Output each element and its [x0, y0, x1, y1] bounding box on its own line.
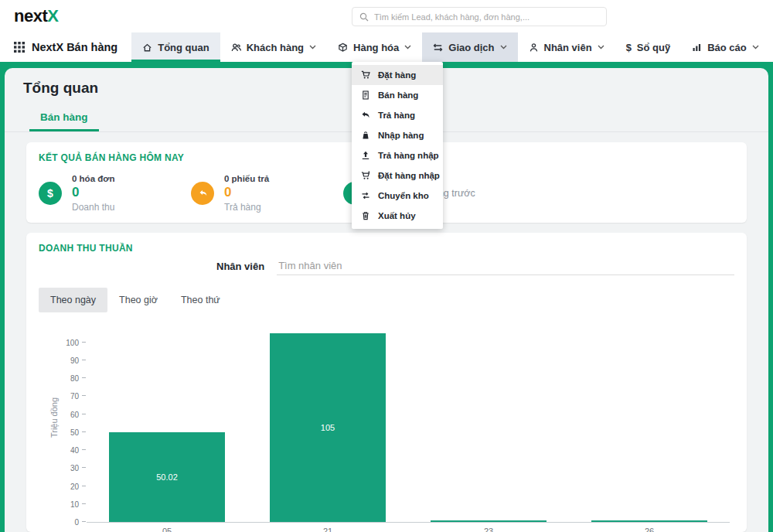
nav-item-label: Sổ quỹ	[637, 42, 670, 53]
global-search[interactable]	[352, 7, 607, 26]
staff-search-input[interactable]	[277, 257, 734, 275]
apps-grid-icon	[14, 42, 25, 53]
main-nav: NextX Bán hàng Tổng quan Khách hàng Hàng…	[0, 32, 773, 62]
net-revenue-card: DOANH THU THUẦN Nhân viên Theo ngày Theo…	[26, 233, 747, 532]
menu-item-label: Bán hàng	[378, 90, 418, 100]
chart-tabs: Theo ngày Theo giờ Theo thứ	[39, 288, 734, 312]
chart-bar[interactable]: 50.02	[109, 432, 225, 522]
y-tick-label: 20	[51, 483, 79, 491]
upload-icon	[361, 151, 370, 160]
menu-item-label: Xuất hủy	[378, 211, 416, 220]
nav-item-label: Giao dịch	[448, 42, 494, 53]
nav-item-tong-quan[interactable]: Tổng quan	[131, 32, 220, 62]
chart-x-labels: 05212326	[87, 522, 730, 532]
y-tick-label: 100	[51, 339, 79, 347]
stat-texts: 0 hóa đơn 0 Doanh thu	[72, 174, 114, 213]
cart-import-icon	[361, 171, 370, 180]
weight-icon	[361, 131, 370, 140]
nav-item-label: Hàng hóa	[353, 42, 399, 53]
chevron-down-icon	[500, 45, 507, 49]
stat-tra-hang: 0 phiếu trả 0 Trả hàng	[191, 174, 343, 213]
cart-icon	[361, 70, 370, 80]
menu-item-label: Trả hàng	[378, 111, 415, 120]
top-bar: nextX	[0, 0, 773, 32]
trash-icon	[361, 211, 370, 220]
receipt-icon	[361, 90, 370, 100]
transfer-icon	[361, 191, 370, 200]
x-tick-label: 26	[569, 527, 730, 532]
nav-item-label: Nhân viên	[544, 42, 592, 53]
y-tick-mark	[82, 431, 86, 432]
nav-item-giao-dich[interactable]: Giao dịch	[422, 32, 517, 62]
menu-item-label: Đặt hàng nhập	[378, 171, 440, 180]
staff-label: Nhân viên	[216, 261, 264, 272]
nav-item-nhan-vien[interactable]: Nhân viên	[518, 32, 615, 62]
y-tick-label: 90	[51, 356, 79, 365]
stat-top-text: 0 hóa đơn	[72, 174, 114, 183]
x-tick-label: 23	[408, 527, 569, 532]
staff-filter-row: Nhân viên	[216, 257, 734, 275]
stat-doanh-thu: $ 0 hóa đơn 0 Doanh thu	[39, 174, 191, 213]
y-tick-mark	[82, 342, 86, 343]
y-tick-mark	[82, 395, 86, 396]
logo-text-black: next	[14, 6, 47, 26]
menu-item-ban-hang[interactable]: Bán hàng	[352, 85, 443, 105]
tab-ban-hang[interactable]: Bán hàng	[29, 104, 99, 131]
nav-items: Tổng quan Khách hàng Hàng hóa Giao dịch	[131, 32, 770, 62]
app-logo: nextX	[14, 6, 58, 26]
menu-item-label: Trả hàng nhập	[378, 151, 439, 160]
dollar-circle-icon: $	[39, 182, 62, 205]
nav-item-so-quy[interactable]: $ Sổ quỹ	[615, 32, 682, 62]
stat-label: Trả hàng	[224, 202, 269, 213]
y-tick-mark	[82, 467, 86, 468]
chevron-down-icon	[404, 45, 411, 49]
logo-text-green: X	[47, 6, 58, 26]
stat-texts: 0 phiếu trả 0 Trả hàng	[224, 174, 269, 213]
nav-item-bao-cao[interactable]: Báo cáo	[681, 32, 770, 62]
nav-item-hang-hoa[interactable]: Hàng hóa	[327, 32, 422, 62]
tab-theo-ngay[interactable]: Theo ngày	[39, 288, 107, 312]
box-icon	[338, 43, 348, 53]
brand[interactable]: NextX Bán hàng	[14, 32, 117, 62]
brand-label: NextX Bán hàng	[32, 41, 117, 53]
menu-item-label: Nhập hàng	[378, 131, 424, 140]
y-tick-label: 70	[51, 392, 79, 401]
chart-bars: 50.02105	[87, 328, 730, 522]
nav-item-label: Tổng quan	[158, 42, 209, 53]
nav-item-khach-hang[interactable]: Khách hàng	[220, 32, 327, 62]
dollar-icon: $	[626, 43, 632, 53]
reply-icon	[361, 111, 370, 120]
home-icon	[142, 43, 152, 53]
bar-value-label: 50.02	[156, 472, 178, 482]
giao-dich-dropdown: Đặt hàng Bán hàng Trả hàng Nhập hàng Trả…	[352, 62, 443, 229]
y-tick-label: 80	[51, 374, 79, 383]
bar-value-label: 105	[321, 423, 335, 432]
y-tick-mark	[82, 360, 86, 360]
y-tick-mark	[82, 414, 86, 414]
y-tick-mark	[82, 377, 86, 378]
y-tick-mark	[82, 486, 86, 486]
y-tick-label: 30	[51, 464, 79, 472]
menu-item-dat-hang-nhap[interactable]: Đặt hàng nhập	[352, 165, 443, 186]
chevron-down-icon	[309, 45, 316, 49]
tab-theo-gio[interactable]: Theo giờ	[107, 288, 169, 312]
nav-item-label: Khách hàng	[247, 42, 304, 53]
menu-item-nhap-hang[interactable]: Nhập hàng	[352, 125, 443, 145]
stat-label: Doanh thu	[72, 202, 114, 213]
tab-theo-thu[interactable]: Theo thứ	[169, 288, 232, 312]
x-tick-label: 21	[247, 527, 408, 532]
search-icon	[359, 12, 369, 22]
users-icon	[231, 43, 241, 53]
menu-item-tra-hang[interactable]: Trả hàng	[352, 105, 443, 125]
search-input[interactable]	[374, 12, 599, 22]
menu-item-dat-hang[interactable]: Đặt hàng	[352, 65, 443, 85]
chevron-down-icon	[752, 45, 759, 49]
menu-item-xuat-huy[interactable]: Xuất hủy	[352, 206, 443, 226]
chart-bar[interactable]: 105	[270, 333, 386, 522]
menu-item-chuyen-kho[interactable]: Chuyển kho	[352, 186, 443, 206]
exchange-icon	[433, 43, 443, 53]
y-tick-label: 60	[51, 411, 79, 419]
chart-bar-slot: 50.02	[87, 328, 247, 522]
menu-item-tra-hang-nhap[interactable]: Trả hàng nhập	[352, 145, 443, 165]
y-tick-label: 40	[51, 446, 79, 455]
